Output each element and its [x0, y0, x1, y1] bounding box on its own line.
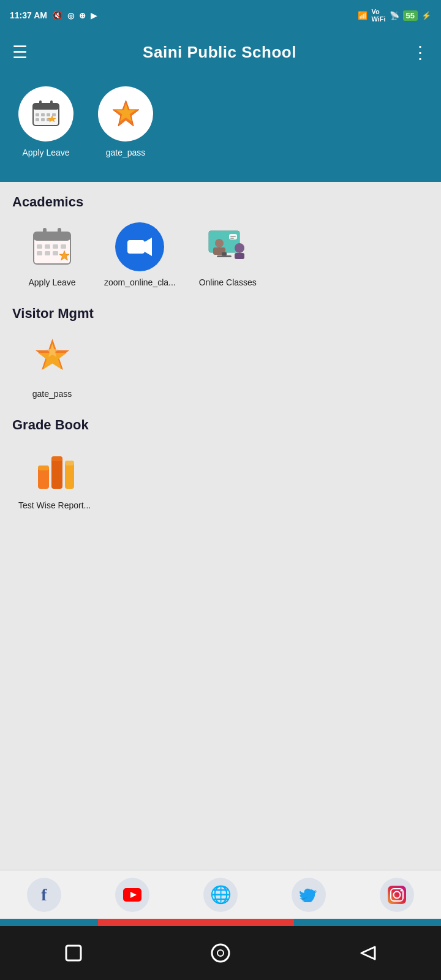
online-class-icon: [206, 225, 250, 269]
academics-title: Academics: [12, 194, 429, 210]
svg-rect-24: [53, 251, 58, 255]
globe-icon[interactable]: 🌐: [203, 878, 238, 912]
svg-rect-9: [41, 118, 45, 121]
academics-apply-leave-icon: [28, 222, 77, 271]
svg-rect-38: [217, 255, 232, 257]
svg-rect-26: [127, 240, 145, 254]
svg-rect-16: [43, 228, 47, 236]
svg-point-56: [217, 950, 224, 956]
academics-zoom-icon: [115, 222, 164, 271]
status-left: 11:37 AM 🔇 ◎ ⊕ ▶: [10, 10, 97, 20]
svg-rect-36: [235, 253, 244, 259]
svg-rect-34: [230, 238, 234, 239]
academics-zoom[interactable]: zoom_online_cla...: [104, 222, 176, 287]
charging-icon: ⚡: [421, 11, 431, 20]
calendar-leave-icon: [30, 225, 74, 269]
time-display: 11:37 AM: [10, 10, 47, 20]
grade-book-section: Grade Book: [12, 417, 429, 510]
location-icon: ◎: [67, 11, 74, 20]
sync-icon: ⊕: [79, 11, 86, 20]
test-wise-report-item[interactable]: Test Wise Report...: [18, 445, 91, 510]
visitor-mgmt-title: Visitor Mgmt: [12, 306, 429, 322]
nav-recents-button[interactable]: [58, 938, 89, 968]
progress-teal-left: [0, 919, 98, 926]
svg-rect-21: [61, 244, 66, 249]
more-options-icon[interactable]: ⋮: [412, 42, 429, 62]
mute-icon: 🔇: [52, 10, 62, 20]
academics-online-classes[interactable]: Online Classes: [194, 222, 262, 287]
svg-rect-33: [230, 236, 236, 237]
nav-bar: [0, 926, 441, 980]
test-wise-report-icon: [30, 445, 79, 494]
svg-rect-5: [41, 113, 45, 116]
nav-back-button[interactable]: [352, 938, 383, 968]
progress-teal-right: [294, 919, 441, 926]
quick-apply-leave[interactable]: Apply Leave: [18, 86, 74, 157]
hamburger-menu-icon[interactable]: ☰: [12, 42, 28, 62]
bar-chart-icon: [32, 447, 78, 493]
svg-rect-46: [51, 456, 62, 461]
instagram-icon[interactable]: [380, 878, 414, 912]
visitor-mgmt-icons: gate_pass: [12, 334, 429, 399]
status-right: 📶 VoWiFi 📡 55 ⚡: [358, 8, 431, 23]
social-bar: f 🌐: [0, 870, 441, 919]
signal-icon: 📶: [358, 11, 368, 20]
svg-marker-27: [145, 238, 152, 256]
svg-point-35: [235, 243, 244, 253]
academics-online-classes-icon: [203, 222, 252, 271]
grade-book-icons: Test Wise Report...: [12, 445, 429, 510]
svg-marker-57: [361, 947, 375, 959]
gate-pass-icon: [28, 334, 77, 383]
main-content: Academics: [0, 182, 441, 541]
youtube-notif-icon: ▶: [91, 11, 97, 20]
youtube-icon[interactable]: [115, 878, 149, 912]
svg-rect-8: [36, 118, 39, 121]
vowifi-icon: VoWiFi: [371, 8, 385, 23]
nav-home-button[interactable]: [205, 938, 236, 968]
quick-gate-pass-label: gate_pass: [106, 148, 146, 157]
svg-rect-18: [37, 244, 42, 249]
svg-rect-2: [39, 100, 42, 107]
svg-rect-45: [38, 466, 49, 470]
academics-icons: Apply Leave zoom_online_cla...: [12, 222, 429, 287]
academics-apply-leave[interactable]: Apply Leave: [18, 222, 86, 287]
grade-book-title: Grade Book: [12, 417, 429, 433]
svg-rect-54: [66, 946, 81, 960]
svg-point-30: [215, 239, 224, 247]
progress-red-center: [98, 919, 294, 926]
svg-point-53: [401, 889, 402, 891]
svg-rect-4: [36, 113, 39, 116]
quick-gate-pass[interactable]: gate_pass: [98, 86, 153, 157]
svg-rect-7: [52, 113, 56, 116]
svg-rect-15: [34, 232, 70, 241]
quick-access-section: Apply Leave gate_pass: [0, 74, 441, 182]
gate-pass-star-icon: [29, 336, 75, 382]
gate-pass-item[interactable]: gate_pass: [18, 334, 86, 399]
gate-pass-label: gate_pass: [32, 389, 72, 399]
svg-rect-22: [37, 251, 42, 255]
twitter-icon[interactable]: [292, 878, 326, 912]
svg-rect-1: [33, 104, 59, 110]
academics-section: Academics: [12, 194, 429, 287]
star-icon: [109, 97, 143, 131]
calendar-icon: [31, 99, 61, 129]
zoom-camera-icon: [124, 232, 155, 262]
wifi-icon: 📡: [390, 11, 399, 20]
svg-point-55: [212, 944, 229, 962]
status-bar: 11:37 AM 🔇 ◎ ⊕ ▶ 📶 VoWiFi 📡 55 ⚡: [0, 0, 441, 31]
quick-apply-leave-label: Apply Leave: [22, 148, 69, 157]
svg-rect-3: [50, 100, 53, 107]
facebook-icon[interactable]: f: [27, 878, 61, 912]
svg-rect-6: [47, 113, 50, 116]
quick-gate-pass-icon-circle: [98, 86, 153, 141]
svg-rect-17: [58, 228, 61, 236]
academics-zoom-label: zoom_online_cla...: [104, 277, 176, 287]
svg-rect-47: [65, 461, 74, 466]
battery-display: 55: [403, 10, 418, 21]
svg-rect-23: [45, 251, 50, 255]
svg-rect-19: [45, 244, 50, 249]
svg-rect-20: [53, 244, 58, 249]
app-bar: ☰ Saini Public School ⋮: [0, 31, 441, 74]
visitor-mgmt-section: Visitor Mgmt gate_pass: [12, 306, 429, 399]
svg-rect-37: [222, 252, 227, 255]
